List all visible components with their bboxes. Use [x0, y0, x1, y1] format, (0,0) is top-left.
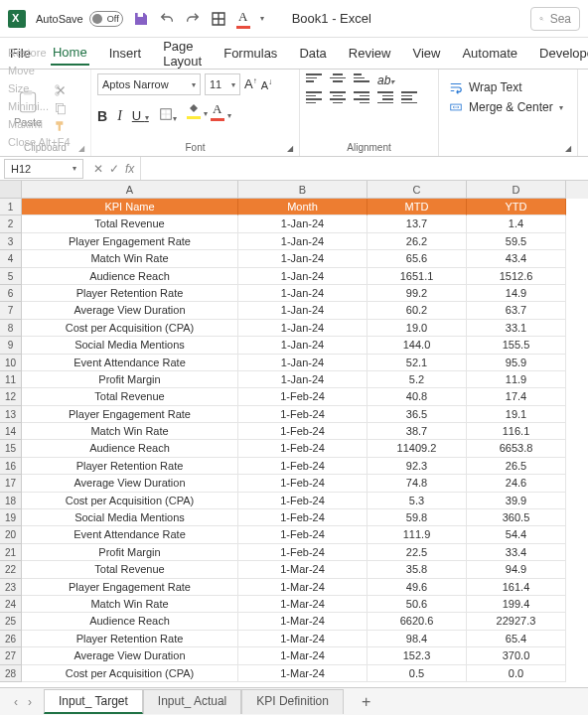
orientation-icon[interactable]: ab▾: [377, 73, 394, 87]
cell[interactable]: 11.9: [467, 371, 566, 388]
row-header[interactable]: 16: [0, 458, 22, 475]
column-header[interactable]: D: [467, 181, 566, 199]
cell[interactable]: 161.4: [467, 579, 566, 596]
alignment-launcher-icon[interactable]: ◢: [565, 144, 575, 154]
cell[interactable]: 1-Jan-24: [238, 302, 368, 319]
row-header[interactable]: 17: [0, 475, 22, 492]
font-launcher-icon[interactable]: ◢: [287, 144, 297, 154]
cell[interactable]: 1-Mar-24: [238, 647, 368, 664]
row-header[interactable]: 27: [0, 647, 22, 664]
cell[interactable]: 52.1: [368, 355, 467, 371]
cell[interactable]: 65.6: [368, 250, 467, 267]
cell[interactable]: 1-Feb-24: [238, 509, 368, 526]
sheet-nav-right-icon[interactable]: ›: [28, 695, 32, 709]
header-cell[interactable]: KPI Name: [22, 199, 238, 215]
autosave-toggle[interactable]: AutoSave Off: [36, 11, 123, 27]
toggle-switch[interactable]: Off: [89, 11, 123, 27]
cell[interactable]: 19.0: [368, 320, 467, 337]
cell[interactable]: 370.0: [467, 647, 566, 664]
cell[interactable]: 14.9: [467, 285, 566, 302]
cell[interactable]: Social Media Mentions: [22, 509, 238, 526]
sheet-tab[interactable]: Input_ Actual: [143, 689, 241, 714]
align-right-icon[interactable]: [354, 91, 369, 105]
cell[interactable]: 0.0: [467, 665, 566, 682]
row-header[interactable]: 3: [0, 233, 22, 250]
undo-icon[interactable]: [159, 11, 175, 27]
cell[interactable]: 155.5: [467, 337, 566, 354]
decrease-font-icon[interactable]: A↓: [261, 77, 272, 91]
cell[interactable]: 0.5: [368, 665, 467, 682]
row-header[interactable]: 10: [0, 355, 22, 371]
italic-button[interactable]: I: [117, 108, 122, 124]
cell[interactable]: 1-Jan-24: [238, 233, 368, 250]
cell[interactable]: 152.3: [368, 647, 467, 664]
format-painter-icon[interactable]: [54, 119, 68, 133]
header-cell[interactable]: YTD: [467, 199, 566, 215]
cell[interactable]: 98.4: [368, 631, 467, 647]
cell[interactable]: 5.3: [368, 493, 467, 509]
cell[interactable]: Event Attendance Rate: [22, 526, 238, 543]
row-header[interactable]: 12: [0, 388, 22, 405]
cell[interactable]: Player Engagement Rate: [22, 233, 238, 250]
cell[interactable]: 99.2: [368, 285, 467, 302]
cell[interactable]: Event Attendance Rate: [22, 355, 238, 371]
cell[interactable]: 95.9: [467, 355, 566, 371]
merge-center-button[interactable]: Merge & Center ▾: [445, 97, 571, 117]
cell[interactable]: 50.6: [368, 596, 467, 613]
cell[interactable]: Profit Margin: [22, 544, 238, 561]
cell[interactable]: Total Revenue: [22, 561, 238, 578]
search-box[interactable]: Sea: [530, 7, 580, 31]
row-header[interactable]: 11: [0, 371, 22, 388]
cell[interactable]: Audience Reach: [22, 268, 238, 285]
cell[interactable]: 33.4: [467, 544, 566, 561]
cell[interactable]: 1-Feb-24: [238, 406, 368, 423]
cell[interactable]: Total Revenue: [22, 215, 238, 232]
cancel-formula-icon[interactable]: ✕: [93, 162, 103, 176]
cell[interactable]: Cost per Acquisition (CPA): [22, 665, 238, 682]
row-header[interactable]: 13: [0, 406, 22, 423]
row-header[interactable]: 4: [0, 250, 22, 267]
cell[interactable]: Player Retention Rate: [22, 458, 238, 475]
cell[interactable]: 22.5: [368, 544, 467, 561]
decrease-indent-icon[interactable]: [377, 91, 393, 105]
cell[interactable]: 26.5: [467, 458, 566, 475]
cell[interactable]: 17.4: [467, 388, 566, 405]
ribbon-tab-view[interactable]: View: [410, 42, 442, 65]
cell[interactable]: 1-Jan-24: [238, 355, 368, 371]
cell[interactable]: 1-Mar-24: [238, 561, 368, 578]
cell[interactable]: 43.4: [467, 250, 566, 267]
cell[interactable]: Average View Duration: [22, 302, 238, 319]
cell[interactable]: Player Retention Rate: [22, 631, 238, 647]
ribbon-tab-insert[interactable]: Insert: [107, 42, 144, 65]
cell[interactable]: 1-Feb-24: [238, 458, 368, 475]
sheet-tab[interactable]: KPI Definition: [241, 689, 344, 714]
row-header[interactable]: 1: [0, 199, 22, 215]
cell[interactable]: 1-Jan-24: [238, 320, 368, 337]
cell[interactable]: 1-Feb-24: [238, 440, 368, 457]
enter-formula-icon[interactable]: ✓: [109, 162, 119, 176]
cell[interactable]: 92.3: [368, 458, 467, 475]
font-color-qat-icon[interactable]: A: [236, 9, 250, 29]
cell[interactable]: 1-Feb-24: [238, 526, 368, 543]
align-left-icon[interactable]: [306, 91, 322, 105]
row-header[interactable]: 9: [0, 337, 22, 354]
cell[interactable]: 74.8: [368, 475, 467, 492]
bold-button[interactable]: B: [97, 108, 107, 124]
cell[interactable]: 1651.1: [368, 268, 467, 285]
add-sheet-button[interactable]: +: [348, 693, 384, 711]
row-header[interactable]: 18: [0, 493, 22, 509]
grid-icon[interactable]: [211, 11, 226, 27]
cell[interactable]: 94.9: [467, 561, 566, 578]
cell[interactable]: 60.2: [368, 302, 467, 319]
row-header[interactable]: 24: [0, 596, 22, 613]
cell[interactable]: 144.0: [368, 337, 467, 354]
cell[interactable]: 59.5: [467, 233, 566, 250]
column-header[interactable]: C: [368, 181, 467, 199]
row-header[interactable]: 23: [0, 579, 22, 596]
cell[interactable]: 1512.6: [467, 268, 566, 285]
cell[interactable]: 360.5: [467, 509, 566, 526]
cell[interactable]: Player Retention Rate: [22, 285, 238, 302]
row-header[interactable]: 8: [0, 320, 22, 337]
cell[interactable]: 1-Feb-24: [238, 423, 368, 440]
cell[interactable]: 1.4: [467, 215, 566, 232]
